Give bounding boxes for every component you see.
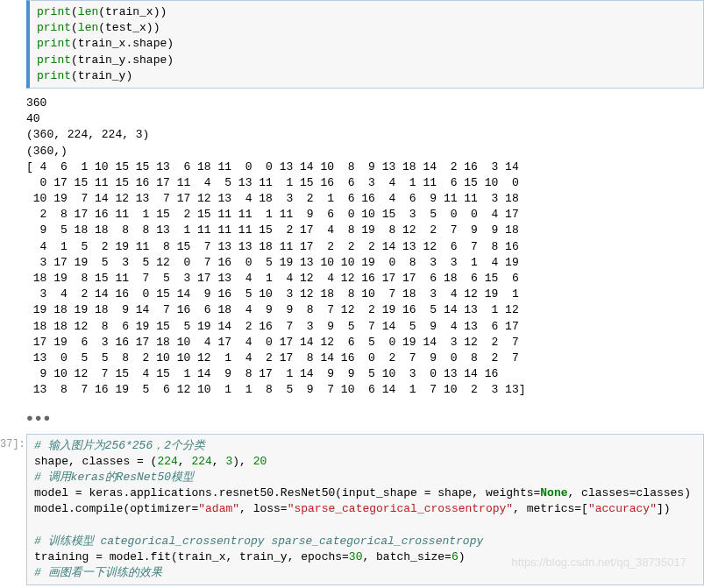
output-cell-1: 360 40 (360, 224, 224, 3) (360,) [ 4 6 1…	[0, 90, 704, 404]
comment-line: # 训练模型 categorical_crossentropy sparse_c…	[34, 535, 483, 548]
comment-line: # 输入图片为256*256，2个分类	[34, 439, 205, 452]
collapsed-indicator[interactable]: ●●●	[0, 404, 704, 434]
cell-prompt-2: 37]:	[0, 434, 26, 588]
comment-line: # 画图看一下训练的效果	[34, 566, 162, 579]
code-input-1[interactable]: print(len(train_x)) print(len(test_x)) p…	[26, 0, 704, 89]
code-cell-2: 37]: # 输入图片为256*256，2个分类 shape, classes …	[0, 434, 704, 588]
code-cell-1: print(len(train_x)) print(len(test_x)) p…	[0, 0, 704, 90]
code-input-2[interactable]: # 输入图片为256*256，2个分类 shape, classes = (22…	[26, 434, 704, 586]
print-fn: print	[37, 5, 71, 18]
cell-prompt-1	[0, 0, 26, 90]
len-fn: len	[78, 5, 98, 18]
comment-line: # 调用keras的ResNet50模型	[34, 471, 194, 484]
